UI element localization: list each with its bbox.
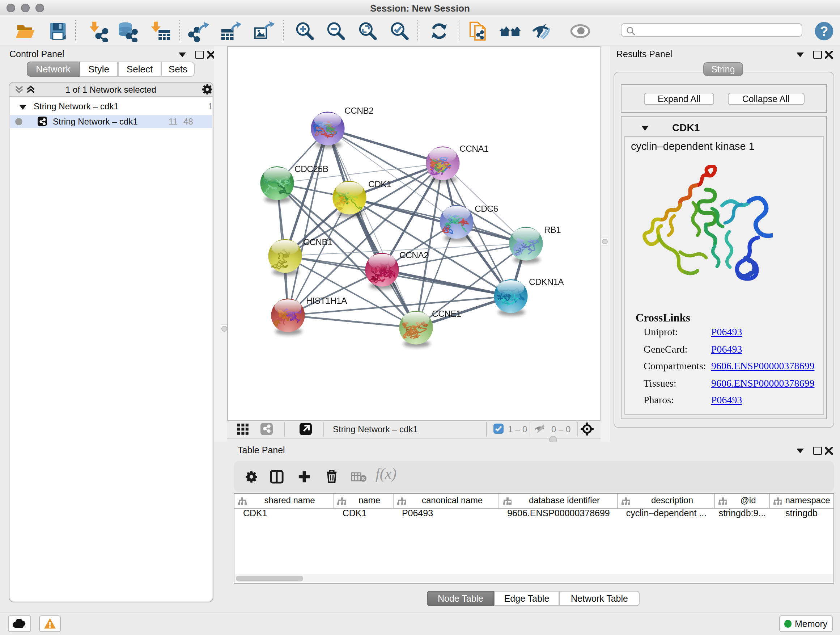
svg-text:CDK1: CDK1 <box>368 179 391 188</box>
svg-text:HIST1H1A: HIST1H1A <box>306 295 347 305</box>
svg-text:RB1: RB1 <box>544 225 561 234</box>
svg-text:CDKN1A: CDKN1A <box>529 277 564 287</box>
svg-text:CCNA1: CCNA1 <box>459 143 488 153</box>
svg-text:CCNB2: CCNB2 <box>344 105 373 115</box>
svg-text:?: ? <box>820 23 828 38</box>
svg-text:CDC6: CDC6 <box>475 203 498 213</box>
svg-text:CDC25B: CDC25B <box>294 164 328 173</box>
svg-text:CCNA2: CCNA2 <box>399 250 428 260</box>
svg-text:CCNB1: CCNB1 <box>303 237 332 247</box>
svg-text:CCNE1: CCNE1 <box>432 309 461 318</box>
